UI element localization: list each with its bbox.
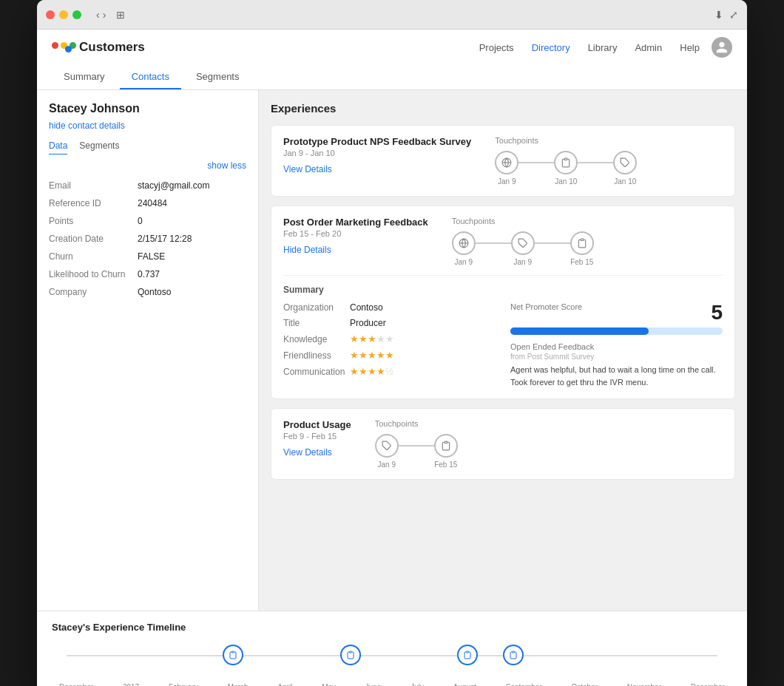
tl-label-sep: September bbox=[506, 683, 542, 686]
tag-icon-2 bbox=[511, 231, 535, 255]
svg-rect-9 bbox=[445, 441, 447, 443]
nav-arrows: ‹ › bbox=[96, 9, 106, 21]
exp-card-1-link[interactable]: View Details bbox=[283, 164, 332, 174]
tp-date-3-2: Feb 15 bbox=[434, 461, 457, 469]
timeline-node-feb bbox=[223, 645, 243, 665]
field-reference-id: Reference ID 240484 bbox=[49, 194, 246, 212]
exp-card-2-header: Post Order Marketing Feedback Feb 15 - F… bbox=[283, 217, 723, 266]
tag-icon-1 bbox=[613, 151, 637, 174]
field-churn: Churn FALSE bbox=[49, 248, 246, 265]
oef-text: Agent was helpful, but had to wait a lon… bbox=[510, 364, 723, 388]
field-points: Points 0 bbox=[49, 212, 246, 230]
tp-node-1-1: Jan 9 bbox=[495, 151, 518, 186]
svg-rect-10 bbox=[232, 651, 234, 653]
tl-label-dec2: December bbox=[691, 683, 725, 686]
summary-friendliness-label: Friendliness bbox=[283, 350, 350, 361]
exp-card-2-link[interactable]: Hide Details bbox=[283, 245, 331, 255]
nav-admin[interactable]: Admin bbox=[635, 42, 662, 53]
nav-projects[interactable]: Projects bbox=[479, 42, 514, 53]
field-label-creation: Creation Date bbox=[49, 234, 138, 244]
summary-section-title: Summary bbox=[283, 285, 723, 295]
field-company: Company Qontoso bbox=[49, 283, 246, 301]
main-nav: Projects Directory Library Admin Help bbox=[479, 42, 700, 53]
download-icon[interactable]: ⬇ bbox=[714, 9, 723, 21]
field-email: Email stacyj@gmail.com bbox=[49, 177, 246, 194]
tl-label-mar: March bbox=[228, 683, 249, 686]
expand-icon[interactable]: ⤢ bbox=[729, 9, 738, 21]
exp-card-3-link[interactable]: View Details bbox=[283, 447, 332, 458]
contact-fields: Email stacyj@gmail.com Reference ID 2404… bbox=[49, 177, 246, 301]
tab-summary[interactable]: Summary bbox=[52, 65, 117, 89]
sub-tabs: Summary Contacts Segments bbox=[52, 65, 732, 89]
exp-card-1-touchpoints: Touchpoints Jan 9 bbox=[495, 136, 723, 186]
exp-card-2: Post Order Marketing Feedback Feb 15 - F… bbox=[271, 206, 735, 399]
experiences-panel: Experiences Prototype Product NPS Feedba… bbox=[259, 90, 747, 611]
app-logo bbox=[52, 42, 72, 52]
minimize-button[interactable] bbox=[59, 10, 68, 19]
field-label-churn: Churn bbox=[49, 251, 138, 262]
tp-node-3-1: Jan 9 bbox=[375, 434, 399, 469]
nav-library[interactable]: Library bbox=[588, 42, 618, 53]
nav-directory[interactable]: Directory bbox=[532, 42, 570, 53]
timeline-node-sep bbox=[503, 645, 524, 665]
tl-label-dec1: December bbox=[59, 683, 93, 686]
logo-dot-red bbox=[52, 42, 58, 49]
show-less-link[interactable]: show less bbox=[49, 160, 246, 171]
hide-contact-details-link[interactable]: hide contact details bbox=[49, 120, 125, 131]
forward-button[interactable]: › bbox=[103, 9, 107, 21]
maximize-button[interactable] bbox=[72, 10, 81, 19]
titlebar-right: ⬇ ⤢ bbox=[714, 9, 738, 21]
summary-title-row: Title Producer bbox=[283, 318, 496, 328]
tp-line-2 bbox=[578, 162, 613, 163]
tl-label-feb: February bbox=[169, 683, 198, 686]
nav-help[interactable]: Help bbox=[680, 42, 700, 53]
tp-line-3 bbox=[399, 445, 434, 446]
app-header: Customers Projects Directory Library Adm… bbox=[37, 30, 747, 90]
field-value-creation: 2/15/17 12:28 bbox=[138, 234, 192, 244]
logo-dot-blue bbox=[65, 46, 72, 52]
oef-label: Open Ended Feedback bbox=[510, 342, 723, 351]
tab-segments[interactable]: Segments bbox=[184, 65, 251, 89]
app-window: ‹ › ⊞ ⬇ ⤢ Customers Projects Directory L… bbox=[37, 0, 747, 686]
layout-button[interactable]: ⊞ bbox=[116, 9, 125, 21]
summary-right: Net Promoter Score 5 Open Ended Feedback… bbox=[510, 302, 723, 388]
back-button[interactable]: ‹ bbox=[96, 9, 100, 21]
field-likelihood: Likelihood to Churn 0.737 bbox=[49, 265, 246, 283]
summary-communication-label: Communication bbox=[283, 367, 350, 377]
contact-name: Stacey Johnson bbox=[49, 102, 246, 115]
tp-label-3: Touchpoints bbox=[375, 419, 723, 428]
summary-section: Summary Organization Contoso Title Produ… bbox=[283, 275, 723, 388]
tp-line-1 bbox=[518, 162, 554, 163]
field-value-email: stacyj@gmail.com bbox=[138, 180, 210, 191]
tp-timeline-2: Jan 9 Jan 9 bbox=[452, 231, 723, 266]
svg-rect-7 bbox=[581, 239, 584, 240]
tab-data[interactable]: Data bbox=[49, 140, 67, 154]
globe-icon-1 bbox=[495, 151, 518, 174]
timeline-section: Stacey's Experience Timeline bbox=[37, 611, 747, 686]
tl-label-nov: November bbox=[627, 683, 661, 686]
exp-card-2-title: Post Order Marketing Feedback bbox=[283, 217, 428, 228]
globe-icon-2 bbox=[452, 231, 476, 255]
tab-segments-sidebar[interactable]: Segments bbox=[79, 140, 119, 154]
field-label-company: Company bbox=[49, 287, 138, 297]
tp-node-1-3: Jan 10 bbox=[613, 151, 637, 186]
tl-label-oct: October bbox=[571, 683, 598, 686]
exp-card-3-date: Feb 9 - Feb 15 bbox=[283, 432, 351, 441]
nps-bar-container bbox=[510, 327, 723, 335]
tab-contacts[interactable]: Contacts bbox=[120, 65, 181, 89]
close-button[interactable] bbox=[46, 10, 55, 19]
tp-node-2-1: Jan 9 bbox=[452, 231, 476, 266]
timeline-node-icon-may bbox=[340, 645, 361, 665]
tag-icon-3 bbox=[375, 434, 399, 458]
exp-card-1-left: Prototype Product NPS Feedback Survey Ja… bbox=[283, 136, 471, 175]
svg-rect-13 bbox=[512, 651, 514, 653]
user-avatar[interactable] bbox=[712, 37, 732, 58]
tl-label-apr: April bbox=[277, 683, 292, 686]
field-label-ref: Reference ID bbox=[49, 198, 138, 208]
traffic-lights bbox=[46, 10, 81, 19]
tl-label-may: May bbox=[322, 683, 336, 686]
summary-org-value: Contoso bbox=[350, 302, 383, 313]
nps-label: Net Promoter Score bbox=[510, 302, 582, 311]
tp-line-2-1 bbox=[476, 242, 511, 244]
summary-org-label: Organization bbox=[283, 302, 350, 313]
